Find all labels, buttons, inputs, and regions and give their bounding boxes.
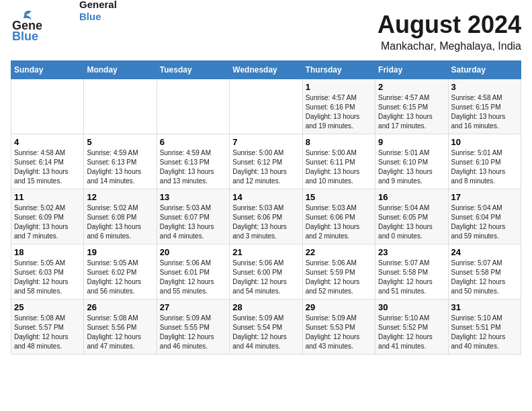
calendar-cell: 6Sunrise: 4:59 AM Sunset: 6:13 PM Daylig… [157,134,229,189]
cell-content: Sunrise: 4:58 AM Sunset: 6:14 PM Dayligh… [14,148,81,186]
cell-content: Sunrise: 5:08 AM Sunset: 5:57 PM Dayligh… [14,314,81,351]
cell-content: Sunrise: 5:02 AM Sunset: 6:08 PM Dayligh… [87,203,153,241]
day-number: 24 [451,247,518,257]
calendar-cell: 5Sunrise: 4:59 AM Sunset: 6:13 PM Daylig… [84,134,157,189]
calendar-cell: 11Sunrise: 5:02 AM Sunset: 6:09 PM Dayli… [11,189,84,244]
day-number: 7 [232,137,299,147]
calendar-cell: 30Sunrise: 5:10 AM Sunset: 5:52 PM Dayli… [375,300,448,355]
calendar-cell: 4Sunrise: 4:58 AM Sunset: 6:14 PM Daylig… [11,134,84,189]
cell-content: Sunrise: 5:05 AM Sunset: 6:03 PM Dayligh… [14,259,81,296]
day-number: 28 [232,302,299,312]
calendar-cell: 25Sunrise: 5:08 AM Sunset: 5:57 PM Dayli… [11,300,84,355]
calendar-cell: 9Sunrise: 5:01 AM Sunset: 6:10 PM Daylig… [375,134,448,189]
cell-content: Sunrise: 5:09 AM Sunset: 5:54 PM Dayligh… [232,314,299,351]
day-number: 15 [306,192,372,202]
calendar-cell: 26Sunrise: 5:08 AM Sunset: 5:56 PM Dayli… [84,300,157,355]
col-header-friday: Friday [375,61,448,79]
cell-content: Sunrise: 4:58 AM Sunset: 6:15 PM Dayligh… [451,93,518,131]
page-header: General Blue General Blue August 2024 Ma… [11,11,521,52]
day-number: 6 [160,137,226,147]
day-number: 22 [306,247,372,257]
logo-line1: General [79,0,117,11]
day-number: 25 [14,302,81,312]
calendar-cell: 29Sunrise: 5:09 AM Sunset: 5:53 PM Dayli… [302,300,375,355]
day-number: 21 [232,247,299,257]
calendar-cell: 31Sunrise: 5:10 AM Sunset: 5:51 PM Dayli… [448,300,521,355]
cell-content: Sunrise: 5:10 AM Sunset: 5:51 PM Dayligh… [451,314,518,351]
col-header-monday: Monday [84,61,157,79]
cell-content: Sunrise: 5:10 AM Sunset: 5:52 PM Dayligh… [378,314,445,351]
cell-content: Sunrise: 5:06 AM Sunset: 5:59 PM Dayligh… [306,259,372,296]
day-number: 13 [160,192,226,202]
calendar-cell: 27Sunrise: 5:09 AM Sunset: 5:55 PM Dayli… [157,300,229,355]
cell-content: Sunrise: 5:04 AM Sunset: 6:04 PM Dayligh… [451,203,518,241]
cell-content: Sunrise: 4:57 AM Sunset: 6:16 PM Dayligh… [306,93,372,131]
calendar-cell: 19Sunrise: 5:05 AM Sunset: 6:02 PM Dayli… [84,244,157,300]
day-number: 30 [378,302,445,312]
calendar-cell: 7Sunrise: 5:00 AM Sunset: 6:12 PM Daylig… [230,134,302,189]
logo-icon: General Blue [11,11,43,43]
calendar-cell [84,79,157,134]
logo-line2: Blue [79,11,117,23]
cell-content: Sunrise: 5:07 AM Sunset: 5:58 PM Dayligh… [378,259,445,296]
day-number: 17 [451,192,518,202]
cell-content: Sunrise: 5:09 AM Sunset: 5:53 PM Dayligh… [306,314,372,351]
cell-content: Sunrise: 5:01 AM Sunset: 6:10 PM Dayligh… [378,148,445,186]
cell-content: Sunrise: 5:06 AM Sunset: 6:00 PM Dayligh… [232,259,299,296]
day-number: 26 [87,302,153,312]
day-number: 16 [378,192,445,202]
day-number: 12 [87,192,153,202]
day-number: 29 [306,302,372,312]
cell-content: Sunrise: 5:03 AM Sunset: 6:06 PM Dayligh… [306,203,372,241]
day-number: 1 [306,82,372,92]
day-number: 10 [451,137,518,147]
day-number: 5 [87,137,153,147]
cell-content: Sunrise: 5:03 AM Sunset: 6:06 PM Dayligh… [232,203,299,241]
col-header-wednesday: Wednesday [230,61,302,79]
day-number: 8 [306,137,372,147]
calendar-cell: 16Sunrise: 5:04 AM Sunset: 6:05 PM Dayli… [375,189,448,244]
calendar-cell [230,79,302,134]
calendar-cell: 17Sunrise: 5:04 AM Sunset: 6:04 PM Dayli… [448,189,521,244]
calendar-cell [157,79,229,134]
cell-content: Sunrise: 5:08 AM Sunset: 5:56 PM Dayligh… [87,314,153,351]
calendar-cell: 3Sunrise: 4:58 AM Sunset: 6:15 PM Daylig… [448,79,521,134]
cell-content: Sunrise: 5:09 AM Sunset: 5:55 PM Dayligh… [160,314,226,351]
day-number: 14 [232,192,299,202]
cell-content: Sunrise: 5:04 AM Sunset: 6:05 PM Dayligh… [378,203,445,241]
day-number: 3 [451,82,518,92]
col-header-saturday: Saturday [448,61,521,79]
day-number: 9 [378,137,445,147]
cell-content: Sunrise: 5:02 AM Sunset: 6:09 PM Dayligh… [14,203,81,241]
col-header-thursday: Thursday [302,61,375,79]
col-header-tuesday: Tuesday [157,61,229,79]
calendar-cell: 22Sunrise: 5:06 AM Sunset: 5:59 PM Dayli… [302,244,375,300]
calendar-cell: 18Sunrise: 5:05 AM Sunset: 6:03 PM Dayli… [11,244,84,300]
cell-content: Sunrise: 5:06 AM Sunset: 6:01 PM Dayligh… [160,259,226,296]
day-number: 19 [87,247,153,257]
day-number: 11 [14,192,81,202]
day-number: 2 [378,82,445,92]
cell-content: Sunrise: 5:03 AM Sunset: 6:07 PM Dayligh… [160,203,226,241]
calendar-cell: 23Sunrise: 5:07 AM Sunset: 5:58 PM Dayli… [375,244,448,300]
calendar-cell: 20Sunrise: 5:06 AM Sunset: 6:01 PM Dayli… [157,244,229,300]
cell-content: Sunrise: 5:00 AM Sunset: 6:12 PM Dayligh… [232,148,299,186]
calendar-cell [11,79,84,134]
day-number: 27 [160,302,226,312]
logo: General Blue General Blue [11,11,117,43]
cell-content: Sunrise: 4:59 AM Sunset: 6:13 PM Dayligh… [160,148,226,186]
calendar-cell: 14Sunrise: 5:03 AM Sunset: 6:06 PM Dayli… [230,189,302,244]
calendar-cell: 12Sunrise: 5:02 AM Sunset: 6:08 PM Dayli… [84,189,157,244]
day-number: 23 [378,247,445,257]
cell-content: Sunrise: 5:01 AM Sunset: 6:10 PM Dayligh… [451,148,518,186]
cell-content: Sunrise: 5:05 AM Sunset: 6:02 PM Dayligh… [87,259,153,296]
calendar-cell: 15Sunrise: 5:03 AM Sunset: 6:06 PM Dayli… [302,189,375,244]
calendar-cell: 13Sunrise: 5:03 AM Sunset: 6:07 PM Dayli… [157,189,229,244]
svg-text:Blue: Blue [12,30,38,43]
cell-content: Sunrise: 4:57 AM Sunset: 6:15 PM Dayligh… [378,93,445,131]
calendar-table: SundayMondayTuesdayWednesdayThursdayFrid… [11,60,521,355]
calendar-cell: 8Sunrise: 5:00 AM Sunset: 6:11 PM Daylig… [302,134,375,189]
cell-content: Sunrise: 5:00 AM Sunset: 6:11 PM Dayligh… [306,148,372,186]
main-title: August 2024 [378,11,521,39]
day-number: 18 [14,247,81,257]
